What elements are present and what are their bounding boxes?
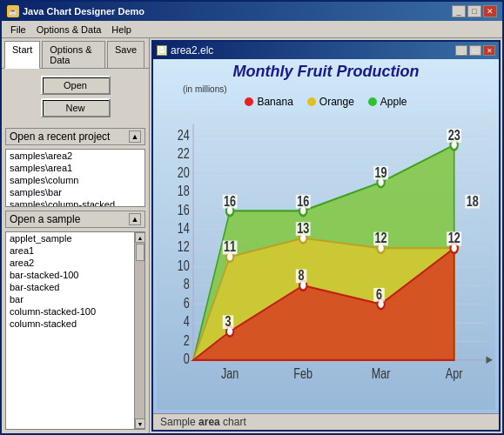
chart-footer: Sample area chart xyxy=(153,413,499,430)
tab-options-data[interactable]: Options & Data xyxy=(42,41,105,68)
sample-item-1[interactable]: area1 xyxy=(6,244,134,257)
scroll-down-arrow[interactable]: ▼ xyxy=(135,418,145,429)
sample-item-5[interactable]: bar xyxy=(6,293,134,305)
recent-item-4[interactable]: samples\column-stacked xyxy=(6,198,144,207)
banana-label: Banana xyxy=(257,96,292,108)
banana-val-mar: 6 xyxy=(376,285,382,302)
chart-title-bar: 📄 area2.elc _ □ ✕ xyxy=(153,42,499,59)
orange-label: Orange xyxy=(319,96,354,108)
sample-item-7[interactable]: column-stacked xyxy=(6,318,134,330)
buttons-area: Open New xyxy=(2,69,149,124)
recent-scroll-up[interactable]: ▲ xyxy=(129,130,141,143)
app-icon: ☕ xyxy=(7,5,19,17)
tab-start[interactable]: Start xyxy=(4,41,40,69)
y-label-12: 12 xyxy=(178,238,190,255)
chart-maximize-btn[interactable]: □ xyxy=(469,45,481,56)
maximize-button[interactable]: □ xyxy=(467,5,481,17)
right-panel: 📄 area2.elc _ □ ✕ Monthly Fruit Producti… xyxy=(150,38,502,433)
tab-save[interactable]: Save xyxy=(107,41,144,68)
orange-val-mar: 12 xyxy=(375,230,387,246)
right-lbl-18: 18 xyxy=(467,192,479,209)
recent-item-3[interactable]: samples\bar xyxy=(6,186,144,198)
legend-banana: Banana xyxy=(245,96,292,108)
banana-val-apr: 12 xyxy=(448,230,460,246)
tabs: Start Options & Data Save xyxy=(2,38,149,69)
sample-list-items: applet_sample area1 area2 bar-stacked-10… xyxy=(6,232,134,330)
content-area: Start Options & Data Save Open New Open … xyxy=(2,38,502,433)
scroll-thumb[interactable] xyxy=(136,244,144,261)
chart-file-icon: 📄 xyxy=(157,45,167,56)
open-button[interactable]: Open xyxy=(41,76,111,95)
banana-val-jan: 3 xyxy=(225,312,231,329)
scroll-track xyxy=(135,243,144,418)
title-bar-left: ☕ Java Chart Designer Demo xyxy=(7,5,144,17)
y-label-20: 20 xyxy=(178,164,190,180)
y-label-8: 8 xyxy=(184,275,190,291)
new-button[interactable]: New xyxy=(41,98,111,117)
y-label-18: 18 xyxy=(178,182,190,198)
sample-item-2[interactable]: area2 xyxy=(6,257,134,269)
chart-main-title: Monthly Fruit Production xyxy=(157,63,495,81)
chart-window: 📄 area2.elc _ □ ✕ Monthly Fruit Producti… xyxy=(151,40,501,432)
y-label-0: 0 xyxy=(184,350,190,366)
chart-minimize-btn[interactable]: _ xyxy=(455,45,467,56)
x-label-mar: Mar xyxy=(372,365,391,381)
title-bar: ☕ Java Chart Designer Demo _ □ ✕ xyxy=(2,2,502,21)
chart-title-left: 📄 area2.elc xyxy=(157,44,213,57)
y-label-16: 16 xyxy=(178,201,190,218)
recent-label: Open a recent project xyxy=(10,130,110,143)
footer-text: Sample area chart xyxy=(160,416,246,428)
sample-list: applet_sample area1 area2 bar-stacked-10… xyxy=(5,231,145,430)
chart-units: (in millions) xyxy=(183,84,495,94)
y-label-2: 2 xyxy=(184,331,190,348)
chart-area: Monthly Fruit Production (in millions) B… xyxy=(153,59,499,413)
menu-bar: File Options & Data Help xyxy=(2,21,502,38)
close-button[interactable]: ✕ xyxy=(483,5,497,17)
sample-item-4[interactable]: bar-stacked xyxy=(6,281,134,293)
y-label-24: 24 xyxy=(178,126,190,143)
sample-item-6[interactable]: column-stacked-100 xyxy=(6,305,134,318)
y-label-4: 4 xyxy=(184,312,190,329)
menu-file[interactable]: File xyxy=(5,23,31,36)
chart-svg: 0 2 4 6 8 10 12 14 16 18 20 xyxy=(157,111,495,410)
chart-filename: area2.elc xyxy=(171,44,213,57)
y-label-10: 10 xyxy=(178,257,190,273)
sample-label: Open a sample xyxy=(10,213,80,225)
menu-help[interactable]: Help xyxy=(106,23,137,36)
recent-item-2[interactable]: samples\column xyxy=(6,174,144,186)
sample-item-3[interactable]: bar-stacked-100 xyxy=(6,269,134,281)
sample-scroll-up[interactable]: ▲ xyxy=(129,213,141,225)
recent-item-1[interactable]: samples\area1 xyxy=(6,162,144,174)
apple-val-feb: 16 xyxy=(297,192,309,209)
left-panel: Start Options & Data Save Open New Open … xyxy=(2,38,150,433)
chart-close-btn[interactable]: ✕ xyxy=(483,45,495,56)
y-label-22: 22 xyxy=(178,144,190,161)
recent-header: Open a recent project ▲ xyxy=(5,128,145,145)
legend-orange: Orange xyxy=(307,96,354,108)
sample-scrollbar[interactable]: ▲ ▼ xyxy=(134,232,144,429)
scroll-up-arrow[interactable]: ▲ xyxy=(135,232,145,243)
sample-item-0[interactable]: applet_sample xyxy=(6,232,134,244)
sample-header: Open a sample ▲ xyxy=(5,211,145,228)
apple-val-jan: 16 xyxy=(224,192,236,209)
banana-val-feb: 8 xyxy=(299,266,305,283)
banana-dot xyxy=(245,97,253,106)
orange-dot xyxy=(307,97,316,106)
orange-val-jan: 11 xyxy=(224,238,236,255)
title-buttons: _ □ ✕ xyxy=(452,5,497,17)
chart-svg-container: 0 2 4 6 8 10 12 14 16 18 20 xyxy=(157,111,495,410)
chart-win-btns: _ □ ✕ xyxy=(455,45,495,56)
app-title: Java Chart Designer Demo xyxy=(23,6,144,17)
apple-val-mar: 19 xyxy=(375,164,387,180)
y-label-14: 14 xyxy=(178,219,190,236)
footer-type: area xyxy=(198,416,220,428)
minimize-button[interactable]: _ xyxy=(452,5,466,17)
menu-options-data[interactable]: Options & Data xyxy=(31,23,107,36)
y-label-6: 6 xyxy=(184,294,190,311)
recent-item-0[interactable]: samples\area2 xyxy=(6,150,144,162)
main-window: ☕ Java Chart Designer Demo _ □ ✕ File Op… xyxy=(0,0,504,435)
chart-legend: Banana Orange Apple xyxy=(157,96,495,108)
legend-apple: Apple xyxy=(368,96,407,108)
sample-section: Open a sample ▲ applet_sample area1 area… xyxy=(2,207,149,430)
recent-list: samples\area2 samples\area1 samples\colu… xyxy=(5,149,145,207)
